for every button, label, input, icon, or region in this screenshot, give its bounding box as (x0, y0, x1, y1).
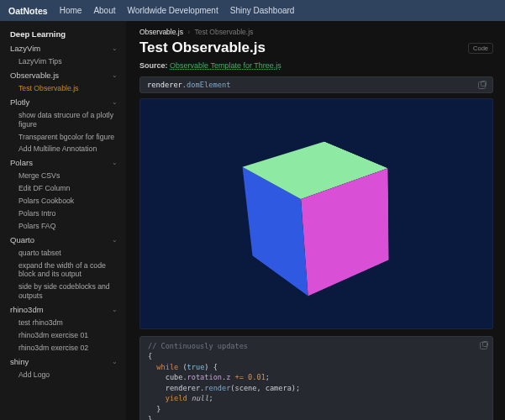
nav-link-about[interactable]: About (93, 6, 115, 15)
breadcrumb-root[interactable]: Observable.js (139, 28, 183, 36)
chevron-down-icon: ⌄ (112, 45, 118, 52)
code-toggle-button[interactable]: Code (468, 43, 493, 54)
chevron-down-icon: ⌄ (112, 236, 118, 244)
sidebar-group-plotly[interactable]: Plotly⌄ (8, 95, 126, 109)
code-text: // Continuously updates { while (true) {… (140, 337, 492, 420)
sidebar-item[interactable]: rhino3dm exercise 01 (8, 329, 126, 342)
sidebar-item[interactable]: quarto tabset (8, 247, 126, 260)
sidebar-group-lazyvim[interactable]: LazyVim⌄ (8, 41, 126, 55)
chevron-right-icon: › (187, 28, 190, 36)
sidebar-group-observable-js[interactable]: Observable.js⌄ (8, 68, 126, 82)
code-cell-renderer: renderer.domElement (139, 76, 493, 93)
source-link[interactable]: Observable Template for Three.js (170, 61, 281, 70)
sidebar-item[interactable]: Test Observable.js (8, 82, 126, 95)
nav-link-shiny-dashboard[interactable]: Shiny Dashboard (230, 6, 295, 15)
chevron-down-icon: ⌄ (112, 358, 118, 365)
nav-link-home[interactable]: Home (60, 6, 82, 15)
token-identifier: renderer (147, 81, 182, 89)
threejs-canvas[interactable] (139, 98, 493, 329)
sidebar-heading: Deep Learning (10, 29, 126, 39)
sidebar-item[interactable]: Add Logo (8, 369, 126, 381)
sidebar-group-shiny[interactable]: shiny⌄ (8, 354, 126, 369)
chevron-down-icon: ⌄ (112, 98, 118, 106)
sidebar-item[interactable]: Edit DF Column (8, 182, 126, 195)
chevron-down-icon: ⌄ (112, 159, 118, 166)
sidebar-item[interactable]: Add Multiline Annotation (8, 143, 126, 155)
main-content: Observable.js › Test Observable.js Test … (126, 21, 505, 420)
token-property: domElement (187, 81, 230, 89)
sidebar: Deep Learning LazyVim⌄LazyVim TipsObserv… (0, 21, 126, 420)
sidebar-item[interactable]: Polars FAQ (8, 220, 126, 233)
sidebar-group-rhino3dm[interactable]: rhino3dm⌄ (8, 302, 126, 317)
sidebar-item[interactable]: show data strucure of a plotly figure (8, 109, 126, 131)
source-line: Source: Observable Template for Three.js (139, 61, 493, 70)
top-nav: OatNotes Home About Worldwide Developmen… (0, 0, 505, 21)
sidebar-group-polars[interactable]: Polars⌄ (8, 155, 126, 170)
cube-3d (270, 154, 357, 275)
sidebar-item[interactable]: rhino3dm exercise 02 (8, 342, 126, 354)
breadcrumb: Observable.js › Test Observable.js (139, 28, 493, 36)
brand-logo[interactable]: OatNotes (8, 6, 48, 16)
sidebar-item[interactable]: expand the width of a code block and its… (8, 260, 126, 281)
copy-icon[interactable] (480, 342, 487, 349)
code-cell-loop: // Continuously updates { while (true) {… (139, 336, 493, 420)
sidebar-item[interactable]: side by side codeblocks and outputs (8, 281, 126, 302)
copy-icon[interactable] (478, 81, 486, 89)
sidebar-item[interactable]: test rhino3dm (8, 317, 126, 329)
sidebar-group-quarto[interactable]: Quarto⌄ (8, 233, 126, 247)
sidebar-item[interactable]: Polars Cookbook (8, 195, 126, 207)
chevron-down-icon: ⌄ (112, 71, 118, 79)
sidebar-item[interactable]: LazyVim Tips (8, 55, 126, 68)
chevron-down-icon: ⌄ (112, 306, 118, 313)
page-title: Test Observable.js (139, 39, 266, 56)
nav-link-worldwide-development[interactable]: Worldwide Development (128, 6, 218, 15)
sidebar-item[interactable]: Transparent bgcolor for figure (8, 131, 126, 144)
breadcrumb-current: Test Observable.js (194, 28, 253, 36)
sidebar-item[interactable]: Merge CSVs (8, 170, 126, 182)
sidebar-item[interactable]: Polars Intro (8, 207, 126, 220)
